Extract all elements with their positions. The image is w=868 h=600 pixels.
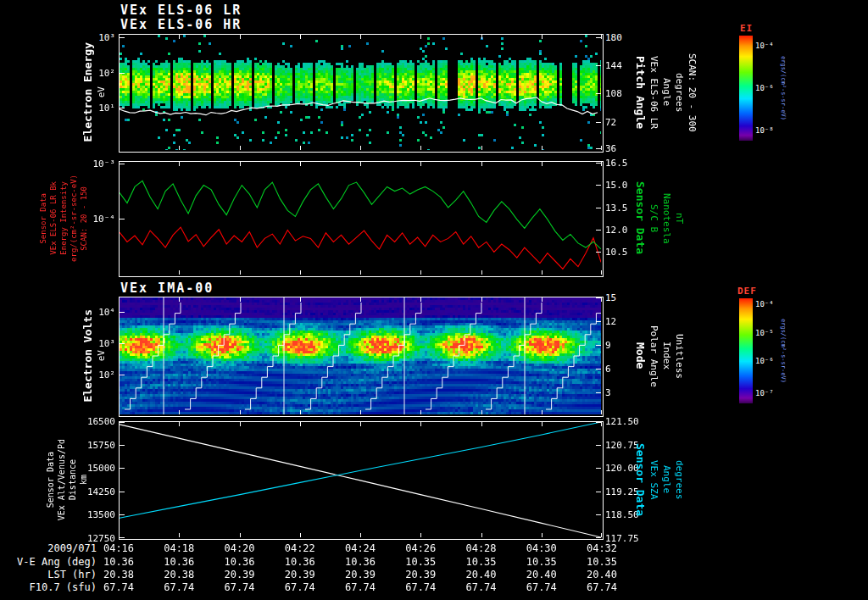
time-tick-mark: [240, 146, 241, 150]
footer-value: 20.39: [331, 569, 390, 581]
footer-value: 10.36: [149, 556, 209, 568]
time-tick-mark: [601, 297, 602, 302]
time-tick-mark: [179, 270, 180, 275]
time-tick-mark: [240, 422, 241, 426]
time-tick-mark: [179, 533, 180, 537]
axis-tick-mark: [120, 468, 125, 469]
ephemeris-right-axis-labels-text: Angle: [661, 465, 672, 493]
altitude-trace: [120, 425, 601, 537]
axis-tick-mark: [596, 252, 601, 253]
intensity-left-axis-labels-text: Energy Intensity: [59, 181, 68, 255]
spacecraft-data-display: VEx ELS-06 LR VEx ELS-06 HR VEx IMA-00 E…: [0, 0, 868, 600]
time-tick-mark: [119, 270, 120, 275]
time-tick-mark: [542, 297, 542, 302]
footer-value: 20.40: [572, 569, 632, 581]
time-tick-mark: [300, 297, 301, 302]
colorbar-els-tick-label: 10⁻⁴: [755, 42, 774, 50]
els-right-axis-labels: Pitch AngleVEx ELS-06 LRAngledegreesSCAN…: [634, 34, 698, 151]
time-tick-mark: [601, 162, 602, 166]
ima-panel-title: VEx IMA-00: [120, 281, 214, 296]
time-tick-mark: [360, 533, 361, 537]
time-tick-mark: [119, 422, 120, 426]
time-tick-mark: [119, 410, 120, 414]
ephemeris-right-axis-labels: Sensor DataVEx SZAAngledegrees: [634, 421, 685, 538]
ima-right-axis-labels-text: Index: [661, 342, 672, 369]
els-left-axis-title-text: eV: [96, 86, 107, 97]
els-right-axis-labels-text: degrees: [674, 73, 685, 112]
footer-value: 20.39: [391, 569, 450, 581]
time-tick-mark: [481, 162, 482, 166]
time-tick-mark: [360, 270, 361, 275]
axis-tick-mark: [596, 445, 601, 446]
time-tick-mark: [119, 533, 120, 537]
time-tick-mark: [360, 422, 361, 426]
bfield-right-axis-labels-text: Sensor Data: [634, 181, 647, 254]
time-tick-mark: [481, 422, 482, 426]
ephemeris-left-axis-labels-text: km: [79, 475, 88, 485]
ephemeris-right-axis-labels-text: VEx SZA: [648, 460, 659, 499]
colorbar-ima-tick-label: 10⁻⁴: [755, 300, 774, 308]
axis-tick-mark: [120, 108, 125, 108]
axis-tick-mark: [120, 492, 125, 492]
time-tick-mark: [300, 533, 301, 537]
time-tick-mark: [420, 146, 421, 150]
ephemeris-left-axis-labels-text: VEx Alt/Venus/Pd: [57, 439, 66, 520]
time-tick-mark: [420, 270, 421, 275]
time-tick-label: 04:18: [153, 542, 204, 554]
colorbar-ima-tick-label: 10⁻⁷: [755, 389, 774, 397]
colorbar-els-units: ergs/(cm²-s-sr-eV): [780, 36, 787, 141]
axis-tick-mark: [596, 492, 601, 492]
axis-tick-mark: [596, 537, 601, 538]
time-tick-mark: [601, 410, 602, 414]
footer-value: 10.36: [89, 556, 148, 568]
ephemeris-right-axis-labels-text: Sensor Data: [634, 443, 647, 516]
time-tick-mark: [360, 410, 361, 414]
time-tick-label: 04:26: [395, 542, 446, 554]
footer-value: 10.35: [452, 556, 511, 568]
ima-right-axis-labels-text: Unitless: [674, 334, 685, 379]
time-tick-mark: [119, 162, 120, 166]
page-title-line1: VEx ELS-06 LR: [120, 3, 242, 18]
colorbar-els: [739, 36, 753, 141]
ima-left-axis-title-text: Electron Volts: [81, 309, 94, 403]
footer-value: 20.39: [270, 569, 330, 581]
colorbar-ima-units: ergs/(cm²-s-sr-eV): [780, 298, 787, 403]
time-tick-mark: [420, 297, 421, 302]
time-tick-mark: [420, 35, 421, 39]
footer-value: 67.74: [572, 581, 632, 593]
els-spectrogram-canvas: [120, 35, 601, 150]
time-tick-mark: [119, 35, 120, 39]
time-tick-mark: [542, 410, 542, 414]
footer-value: 20.40: [512, 569, 571, 581]
time-tick-label: 04:20: [214, 542, 265, 554]
axis-tick-mark: [120, 164, 125, 164]
axis-tick-mark: [120, 422, 125, 423]
footer-value: 10.36: [270, 556, 330, 568]
axis-tick-mark: [120, 375, 125, 375]
colorbar-ima-title: DEF: [737, 286, 757, 297]
field-intensity-plot: [120, 162, 601, 275]
intensity-left-axis-labels-text: Sensor Data: [39, 193, 47, 244]
time-tick-label: 04:28: [456, 542, 507, 554]
colorbar-ima-tick-label: 10⁻⁶: [755, 357, 774, 365]
time-tick-mark: [179, 35, 180, 39]
time-tick-mark: [179, 297, 180, 302]
time-tick-mark: [240, 35, 241, 39]
time-tick-mark: [542, 270, 542, 275]
ima-spectrogram-canvas: [120, 297, 601, 414]
time-tick-mark: [360, 35, 361, 39]
axis-tick-mark: [120, 37, 125, 38]
time-tick-mark: [601, 533, 602, 537]
footer-value: 20.40: [452, 569, 511, 581]
footer-value: 67.74: [210, 581, 270, 593]
time-tick-mark: [481, 410, 482, 414]
els-left-axis-title: Electron EnergyeV: [81, 34, 107, 151]
ephemeris-plot: [120, 422, 601, 537]
axis-tick-mark: [120, 73, 125, 74]
time-tick-label: 04:22: [275, 542, 326, 554]
colorbar-ima-gradient: [739, 298, 753, 403]
bfield-right-axis-labels-text: S/C B: [648, 204, 659, 232]
time-tick-mark: [119, 297, 120, 302]
axis-tick-mark: [120, 514, 125, 515]
time-tick-mark: [542, 162, 542, 166]
